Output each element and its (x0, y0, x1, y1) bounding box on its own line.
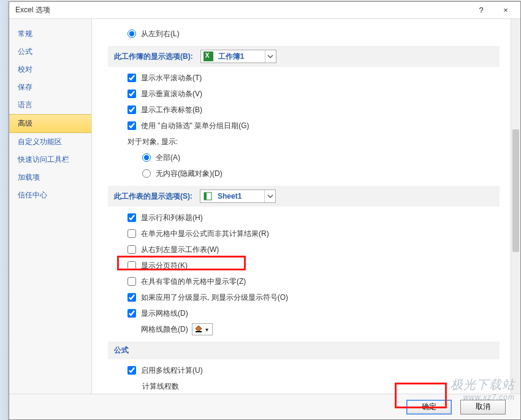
checkbox-hscroll[interactable] (127, 74, 136, 82)
label-thread-count: 计算线程数 (142, 381, 179, 392)
sidebar-item-trust-center[interactable]: 信任中心 (9, 186, 91, 204)
checkbox-multithread[interactable] (127, 366, 136, 375)
dialog-footer: 确定 取消 (9, 394, 520, 419)
dialog-body: 常规 公式 校对 保存 语言 高级 自定义功能区 快速访问工具栏 加载项 信任中… (9, 19, 520, 394)
checkbox-pagebreaks[interactable] (127, 261, 136, 270)
section-workbook-display: 此工作簿的显示选项(B): 工作簿1 (108, 46, 500, 67)
worksheet-dropdown[interactable]: Sheet1 (200, 189, 276, 203)
ok-button[interactable]: 确定 (406, 400, 452, 414)
sidebar-item-formulas[interactable]: 公式 (9, 43, 91, 61)
label-for-objects: 对于对象, 显示: (127, 137, 178, 147)
label-ltr: 从左到右(L) (141, 29, 180, 39)
sheet-icon (203, 191, 213, 201)
section-formulas-label: 公式 (114, 345, 129, 356)
content-scroll: 从左到右(L) 此工作簿的显示选项(B): 工作簿1 显示水平滚动条(T) (92, 19, 511, 394)
chevron-down-icon (264, 190, 275, 202)
checkbox-tabs[interactable] (127, 105, 136, 114)
row-hscroll: 显示水平滚动条(T) (108, 72, 500, 84)
label-formulas: 在单元格中显示公式而非其计算结果(R) (141, 229, 269, 239)
sidebar-item-general[interactable]: 常规 (9, 25, 91, 43)
row-obj-all: 全部(A) (108, 151, 500, 164)
row-headers: 显示行和列标题(H) (108, 212, 500, 224)
scrollbar-thumb[interactable] (512, 129, 519, 252)
row-pagebreaks: 显示分页符(K) (108, 259, 500, 272)
label-obj-all: 全部(A) (156, 153, 180, 163)
row-autofilter: 使用 "自动筛选" 菜单分组日期(G) (108, 120, 500, 132)
row-for-objects: 对于对象, 显示: (108, 136, 500, 148)
radio-left-to-right[interactable] (127, 29, 136, 38)
checkbox-rtl[interactable] (127, 245, 136, 254)
options-dialog: Excel 选项 ? × 常规 公式 校对 保存 语言 高级 自定义功能区 快速… (9, 1, 521, 420)
row-gridlines: 显示网格线(D) (108, 307, 500, 319)
row-outline: 如果应用了分级显示, 则显示分级显示符号(O) (108, 291, 500, 304)
sidebar-item-addins[interactable]: 加载项 (9, 169, 91, 186)
vertical-scrollbar[interactable] (511, 19, 520, 394)
chevron-down-icon (265, 50, 276, 63)
sidebar: 常规 公式 校对 保存 语言 高级 自定义功能区 快速访问工具栏 加载项 信任中… (9, 19, 92, 394)
sidebar-item-language[interactable]: 语言 (9, 96, 91, 114)
workbook-dropdown-value: 工作簿1 (216, 52, 265, 62)
radio-obj-none[interactable] (142, 169, 151, 178)
excel-file-icon (203, 52, 213, 61)
content-pane: 从左到右(L) 此工作簿的显示选项(B): 工作簿1 显示水平滚动条(T) (92, 19, 520, 394)
label-autofilter: 使用 "自动筛选" 菜单分组日期(G) (141, 121, 249, 131)
radio-obj-all[interactable] (142, 153, 151, 162)
label-tabs: 显示工作表标签(B) (141, 105, 202, 115)
checkbox-autofilter[interactable] (127, 121, 136, 130)
label-headers: 显示行和列标题(H) (141, 213, 203, 223)
label-zeros: 在具有零值的单元格中显示零(Z) (141, 277, 246, 287)
svg-rect-2 (196, 331, 202, 332)
paint-bucket-icon (194, 324, 203, 335)
label-gridcolor: 网格线颜色(D) (141, 324, 188, 335)
section-workbook-label: 此工作簿的显示选项(B): (114, 52, 193, 62)
sidebar-item-customize-ribbon[interactable]: 自定义功能区 (9, 133, 91, 151)
chevron-down-icon: ▾ (203, 326, 211, 333)
row-obj-none: 无内容(隐藏对象)(D) (108, 167, 500, 180)
label-pagebreaks: 显示分页符(K) (141, 261, 188, 271)
sidebar-item-qat[interactable]: 快速访问工具栏 (9, 151, 91, 169)
label-rtl: 从右到左显示工作表(W) (141, 245, 219, 255)
section-worksheet-label: 此工作表的显示选项(S): (114, 191, 192, 202)
checkbox-headers[interactable] (127, 213, 136, 222)
checkbox-vscroll[interactable] (127, 90, 136, 98)
workbook-dropdown[interactable]: 工作簿1 (200, 50, 276, 63)
label-obj-none: 无内容(隐藏对象)(D) (156, 169, 222, 179)
checkbox-show-zeros[interactable] (127, 277, 136, 286)
checkbox-gridlines[interactable] (127, 309, 136, 318)
row-multithread: 启用多线程计算(U) (108, 364, 500, 376)
row-thread-count: 计算线程数 (108, 380, 500, 392)
label-hscroll: 显示水平滚动条(T) (141, 73, 202, 83)
row-vscroll: 显示垂直滚动条(V) (108, 88, 500, 100)
gridline-color-picker[interactable]: ▾ (192, 323, 213, 335)
row-rtl: 从右到左显示工作表(W) (108, 243, 500, 256)
row-ltr: 从左到右(L) (108, 28, 500, 40)
close-button[interactable]: × (493, 3, 518, 18)
titlebar: Excel 选项 ? × (9, 2, 520, 19)
cancel-button[interactable]: 取消 (460, 400, 506, 414)
svg-rect-1 (204, 193, 207, 200)
checkbox-outline[interactable] (127, 293, 136, 302)
row-zeros: 在具有零值的单元格中显示零(Z) (108, 275, 500, 288)
row-gridcolor: 网格线颜色(D) ▾ (108, 323, 500, 335)
window-title: Excel 选项 (15, 5, 469, 15)
checkbox-formulas[interactable] (127, 229, 136, 238)
label-outline: 如果应用了分级显示, 则显示分级显示符号(O) (141, 292, 288, 303)
row-formulas: 在单元格中显示公式而非其计算结果(R) (108, 227, 500, 240)
label-gridlines: 显示网格线(D) (141, 308, 188, 319)
label-multithread: 启用多线程计算(U) (141, 365, 203, 376)
app-background-edge (0, 0, 9, 420)
row-tabs: 显示工作表标签(B) (108, 104, 500, 116)
help-button[interactable]: ? (469, 3, 493, 18)
worksheet-dropdown-value: Sheet1 (215, 192, 264, 200)
sidebar-item-save[interactable]: 保存 (9, 78, 91, 96)
sidebar-item-advanced[interactable]: 高级 (9, 114, 91, 133)
section-formulas: 公式 (108, 342, 500, 359)
sidebar-item-proofing[interactable]: 校对 (9, 61, 91, 78)
section-worksheet-display: 此工作表的显示选项(S): Sheet1 (108, 186, 500, 207)
label-vscroll: 显示垂直滚动条(V) (141, 89, 202, 99)
